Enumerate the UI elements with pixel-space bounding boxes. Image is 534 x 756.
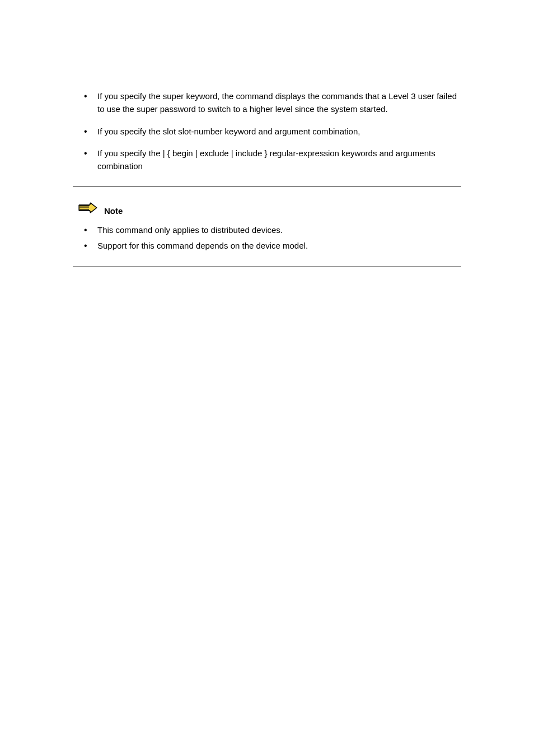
note-icon (77, 199, 99, 217)
list-item: If you specify the slot slot-number keyw… (84, 125, 461, 138)
top-bullet-list: If you specify the super keyword, the co… (84, 90, 461, 172)
list-item-text: If you specify the super keyword, the co… (97, 91, 457, 114)
list-item: If you specify the super keyword, the co… (84, 90, 461, 116)
list-item-text: This command only applies to distributed… (97, 225, 283, 235)
note-label: Note (104, 206, 123, 217)
note-bullet-list: This command only applies to distributed… (84, 223, 461, 252)
list-item: Support for this command depends on the … (84, 239, 461, 252)
page-content: If you specify the super keyword, the co… (0, 0, 534, 267)
note-block: Note This command only applies to distri… (73, 186, 461, 267)
list-item: This command only applies to distributed… (84, 223, 461, 236)
note-header: Note (77, 199, 461, 217)
list-item: If you specify the | { begin | exclude |… (84, 147, 461, 173)
list-item-text: If you specify the | { begin | exclude |… (97, 148, 435, 171)
list-item-text: Support for this command depends on the … (97, 241, 308, 250)
list-item-text: If you specify the slot slot-number keyw… (97, 127, 360, 136)
